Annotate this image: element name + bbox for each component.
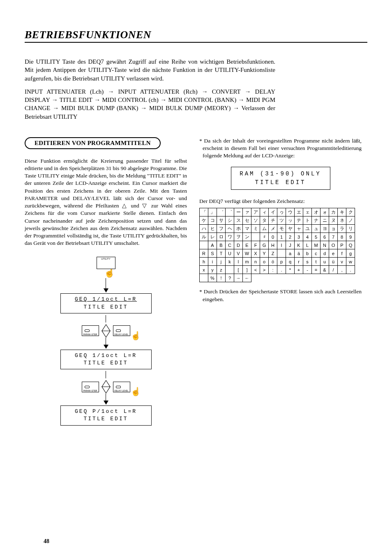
- charset-cell: &: [321, 266, 329, 274]
- lcd-display-3: GEQ P/1oct L=R TITLE EDIT: [60, 405, 152, 425]
- charset-cell: レ: [208, 233, 217, 241]
- charset-cell: k: [226, 258, 234, 266]
- charset-cell: p: [277, 258, 286, 266]
- charset-cell: カ: [329, 208, 338, 216]
- charset-cell: X: [251, 249, 260, 258]
- charset-cell: I: [277, 241, 286, 249]
- charset-cell: C: [226, 241, 234, 249]
- charset-cell: W: [243, 249, 251, 258]
- charset-cell: ヒ: [208, 225, 217, 233]
- charset-cell: ü: [329, 258, 338, 266]
- charset-cell: O: [329, 241, 338, 249]
- charset-cell: /: [329, 266, 338, 274]
- charset-cell: ウ: [286, 208, 295, 216]
- charset-cell: ツ: [277, 216, 286, 225]
- charset-cell: <: [251, 266, 260, 274]
- lcd-display-1: GEQ 1/1oct L=R TITLE EDIT: [60, 293, 152, 313]
- charset-cell: サ: [217, 216, 226, 225]
- charset-cell: i: [208, 258, 217, 266]
- charset-cell: +: [295, 266, 303, 274]
- charset-cell: ?: [226, 274, 234, 282]
- flow-diagram: ☝ GEQ 1/1oct L=R TITLE EDIT PARAM- ETER …: [25, 257, 187, 427]
- charset-cell: Y: [260, 249, 269, 258]
- charset-cell: =: [312, 266, 321, 274]
- charset-cell: ァ: [243, 208, 251, 216]
- charset-cell: フ: [217, 225, 226, 233]
- up-down-triangles-icon: [102, 381, 110, 393]
- charset-cell: ♯: [260, 233, 269, 241]
- charset-cell: !: [217, 274, 226, 282]
- charset-cell: e: [329, 249, 338, 258]
- charset-cell: P: [338, 241, 346, 249]
- charset-cell: u: [321, 258, 329, 266]
- charset-cell: .: [277, 266, 286, 274]
- charset-cell: [277, 249, 286, 258]
- page-number: 48: [44, 538, 49, 545]
- charset-cell: x: [200, 266, 208, 274]
- section-heading: EDITIEREN VON PROGRAMMTITELN: [25, 137, 161, 149]
- charset-cell: ゜: [226, 208, 234, 216]
- charset-cell: L: [303, 241, 312, 249]
- charset-cell: ク: [346, 208, 355, 216]
- lcd-display-2: GEQ 1/1oct L=R TITLE EDIT: [60, 350, 152, 369]
- charset-cell: エ: [295, 208, 303, 216]
- charset-cell: >: [260, 266, 269, 274]
- charset-cell: M: [312, 241, 321, 249]
- charset-cell: ォ: [321, 208, 329, 216]
- charset-cell: 2: [286, 233, 295, 241]
- charset-cell: s: [303, 258, 312, 266]
- charset-cell: y: [208, 266, 217, 274]
- charset-cell: ャ: [295, 225, 303, 233]
- charset-cell: g: [346, 249, 355, 258]
- charset-cell: J: [286, 241, 295, 249]
- intro-block: Die UTILITY Taste des DEQ7 gewährt Zugri…: [25, 58, 275, 121]
- charset-cell: Z: [269, 249, 277, 258]
- charset-cell: 」: [208, 208, 217, 216]
- charset-cell: タ: [260, 216, 269, 225]
- charset-cell: 9: [346, 233, 355, 241]
- charset-cell: ,: [338, 266, 346, 274]
- charset-cell: h: [200, 258, 208, 266]
- delay-level-button-icon: DELAY/ LEVEL: [113, 382, 130, 392]
- charset-cell: ソ: [251, 216, 260, 225]
- charset-cell: ユ: [303, 225, 312, 233]
- charset-cell: G: [260, 241, 269, 249]
- charset-cell: 0: [269, 233, 277, 241]
- charset-cell: ネ: [338, 216, 346, 225]
- charset-cell: c: [312, 249, 321, 258]
- charset-cell: ニ: [321, 216, 329, 225]
- parameter-button-icon: PARAM- ETER: [82, 325, 99, 336]
- charset-intro: Der DEQ7 verfügt über folgenden Zeichens…: [199, 198, 362, 205]
- charset-cell: v: [338, 258, 346, 266]
- charset-cell: ン: [243, 233, 251, 241]
- charset-cell: リ: [346, 225, 355, 233]
- charset-cell: 8: [338, 233, 346, 241]
- charset-cell: b: [303, 249, 312, 258]
- charset-cell: a: [286, 249, 295, 258]
- charset-cell: f: [338, 249, 346, 258]
- charset-cell: ワ: [226, 233, 234, 241]
- charset-cell: キ: [338, 208, 346, 216]
- charset-cell: F: [251, 241, 260, 249]
- charset-cell: ノ: [346, 216, 355, 225]
- arrow-down-icon: [104, 345, 108, 349]
- charset-cell: ö: [269, 258, 277, 266]
- charset-cell: ヘ: [226, 225, 234, 233]
- charset-cell: ー: [234, 208, 243, 216]
- charset-cell: チ: [269, 216, 277, 225]
- lcd-error-display: RAM (31-90) ONLY TITLE EDIT: [231, 167, 330, 190]
- charset-cell: 4: [303, 233, 312, 241]
- page-title: BETRIEBSFUNKTIONEN: [25, 29, 367, 43]
- charset-cell: t: [312, 258, 321, 266]
- charset-cell: K: [295, 241, 303, 249]
- charset-cell: ヲ: [234, 233, 243, 241]
- charset-cell: n: [251, 258, 260, 266]
- delay-level-button-icon: DELAY/ LEVEL: [113, 325, 130, 336]
- charset-cell: -: [303, 266, 312, 274]
- charset-cell: *: [286, 266, 295, 274]
- charset-cell: 1: [277, 233, 286, 241]
- charset-cell: l: [234, 258, 243, 266]
- charset-cell: モ: [277, 225, 286, 233]
- charset-cell: ä: [295, 249, 303, 258]
- charset-cell: d: [321, 249, 329, 258]
